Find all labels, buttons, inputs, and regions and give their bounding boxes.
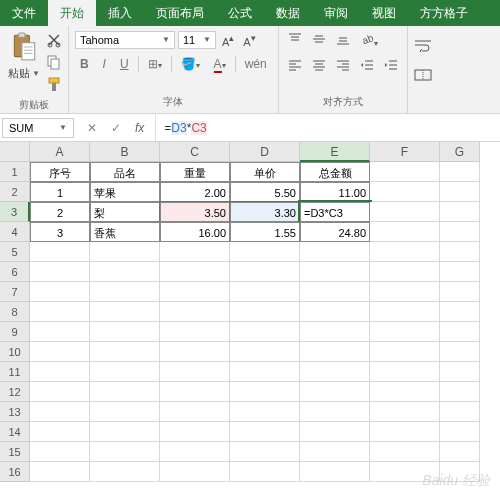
tab-view[interactable]: 视图 [360,0,408,26]
row-header-10[interactable]: 10 [0,342,30,362]
fill-color-button[interactable]: 🪣▾ [176,54,205,74]
tab-home[interactable]: 开始 [48,0,96,26]
row-header-5[interactable]: 5 [0,242,30,262]
cell-A13[interactable] [30,402,90,422]
cell-D12[interactable] [230,382,300,402]
row-header-7[interactable]: 7 [0,282,30,302]
cell-G5[interactable] [440,242,480,262]
cell-B13[interactable] [90,402,160,422]
row-header-4[interactable]: 4 [0,222,30,242]
name-box[interactable]: SUM▼ [2,118,74,138]
cell-A15[interactable] [30,442,90,462]
cell-C12[interactable] [160,382,230,402]
select-all-corner[interactable] [0,142,30,162]
cell-C13[interactable] [160,402,230,422]
cell-E6[interactable] [300,262,370,282]
cell-A3[interactable]: 2 [30,202,90,222]
cell-C9[interactable] [160,322,230,342]
cell-C11[interactable] [160,362,230,382]
cell-F15[interactable] [370,442,440,462]
align-middle-button[interactable] [309,30,329,52]
tab-file[interactable]: 文件 [0,0,48,26]
cell-G3[interactable] [440,202,480,222]
cell-E7[interactable] [300,282,370,302]
cut-icon[interactable] [46,32,62,52]
cell-G1[interactable] [440,162,480,182]
cell-B8[interactable] [90,302,160,322]
cell-D6[interactable] [230,262,300,282]
underline-button[interactable]: U [115,54,134,74]
tab-data[interactable]: 数据 [264,0,312,26]
copy-icon[interactable] [46,54,62,74]
format-painter-icon[interactable] [46,76,62,96]
col-header-G[interactable]: G [440,142,480,162]
cell-B3[interactable]: 梨 [90,202,160,222]
row-header-6[interactable]: 6 [0,262,30,282]
cell-F9[interactable] [370,322,440,342]
accept-formula-button[interactable]: ✓ [108,118,124,138]
cell-E8[interactable] [300,302,370,322]
grid[interactable]: 1序号品名重量单价总金额21苹果2.005.5011.0032梨3.503.30… [0,162,500,482]
cell-F7[interactable] [370,282,440,302]
tab-ffgz[interactable]: 方方格子 [408,0,480,26]
col-header-A[interactable]: A [30,142,90,162]
align-bottom-button[interactable] [333,30,353,52]
cell-G14[interactable] [440,422,480,442]
cell-A10[interactable] [30,342,90,362]
cell-B10[interactable] [90,342,160,362]
wrap-text-button[interactable] [412,32,434,62]
cell-F3[interactable] [370,202,440,222]
cell-F5[interactable] [370,242,440,262]
tab-layout[interactable]: 页面布局 [144,0,216,26]
cell-B9[interactable] [90,322,160,342]
cell-F10[interactable] [370,342,440,362]
increase-indent-button[interactable] [381,56,401,78]
cell-C10[interactable] [160,342,230,362]
row-header-16[interactable]: 16 [0,462,30,482]
font-size-select[interactable]: 11▼ [178,31,216,49]
cell-G15[interactable] [440,442,480,462]
row-header-3[interactable]: 3 [0,202,30,222]
cell-C6[interactable] [160,262,230,282]
cell-E9[interactable] [300,322,370,342]
align-center-button[interactable] [309,56,329,78]
col-header-B[interactable]: B [90,142,160,162]
cell-D14[interactable] [230,422,300,442]
paste-button[interactable]: 粘贴▼ [6,30,42,83]
cell-B15[interactable] [90,442,160,462]
cell-B5[interactable] [90,242,160,262]
align-top-button[interactable] [285,30,305,52]
cell-C2[interactable]: 2.00 [160,182,230,202]
tab-insert[interactable]: 插入 [96,0,144,26]
row-header-2[interactable]: 2 [0,182,30,202]
cell-C3[interactable]: 3.50 [160,202,230,222]
row-header-13[interactable]: 13 [0,402,30,422]
cell-F6[interactable] [370,262,440,282]
cell-E14[interactable] [300,422,370,442]
cell-G6[interactable] [440,262,480,282]
cell-D2[interactable]: 5.50 [230,182,300,202]
fx-button[interactable]: fx [132,118,147,138]
cell-A11[interactable] [30,362,90,382]
cell-D4[interactable]: 1.55 [230,222,300,242]
tab-formula[interactable]: 公式 [216,0,264,26]
decrease-font-button[interactable]: A▾ [240,30,258,50]
cell-B2[interactable]: 苹果 [90,182,160,202]
row-header-1[interactable]: 1 [0,162,30,182]
bold-button[interactable]: B [75,54,94,74]
cell-B1[interactable]: 品名 [90,162,160,182]
cell-E3[interactable]: =D3*C3 [300,202,370,222]
cell-D15[interactable] [230,442,300,462]
cell-F14[interactable] [370,422,440,442]
cell-A9[interactable] [30,322,90,342]
cell-B4[interactable]: 香蕉 [90,222,160,242]
cell-D13[interactable] [230,402,300,422]
cell-G9[interactable] [440,322,480,342]
italic-button[interactable]: I [98,54,111,74]
cell-D7[interactable] [230,282,300,302]
cell-D1[interactable]: 单价 [230,162,300,182]
cell-G11[interactable] [440,362,480,382]
cell-D3[interactable]: 3.30 [230,202,300,222]
cell-G12[interactable] [440,382,480,402]
cell-G7[interactable] [440,282,480,302]
